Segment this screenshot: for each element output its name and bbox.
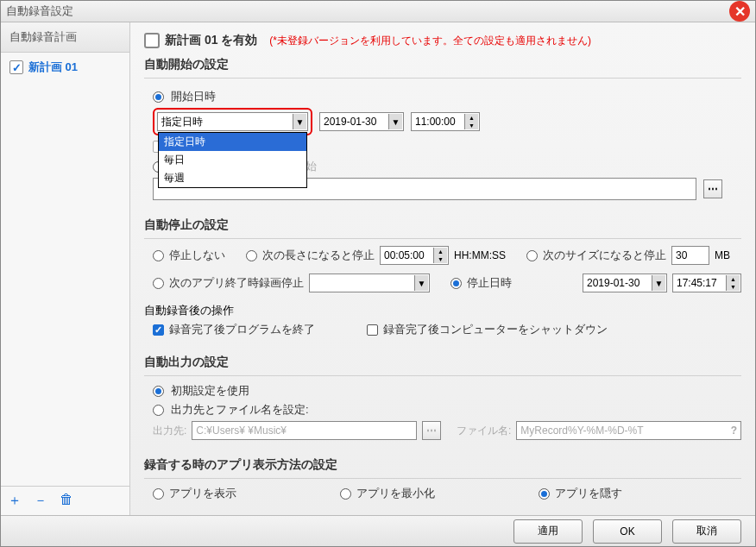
- chevron-down-icon[interactable]: ▼: [293, 114, 306, 129]
- unregistered-warning: (*未登録バージョンを利用しています。全ての設定も適用されません): [269, 34, 591, 48]
- stop-app-exit-label: 次のアプリ終了時録画停止: [169, 275, 304, 291]
- stop-datetime-label: 停止日時: [467, 275, 512, 291]
- delete-plan-icon[interactable]: 🗑: [60, 492, 73, 510]
- start-date-value: 2019-01-30: [324, 116, 376, 128]
- output-dir-input[interactable]: C:¥Users¥ ¥Music¥: [192, 421, 417, 440]
- browse-button[interactable]: ⋯: [422, 421, 441, 440]
- close-icon[interactable]: ✕: [729, 1, 750, 22]
- spinner-buttons[interactable]: ▲▼: [464, 114, 478, 129]
- exit-program-label: 録音完了後プログラムを終了: [169, 322, 315, 337]
- stop-size-label: 次のサイズになると停止: [543, 248, 666, 263]
- add-plan-icon[interactable]: ＋: [8, 492, 22, 510]
- spinner-buttons[interactable]: ▲▼: [433, 248, 447, 263]
- dropdown-option[interactable]: 指定日時: [159, 133, 306, 151]
- stop-date-value: 2019-01-30: [587, 277, 639, 289]
- sidebar: 自動録音計画 ✓ 新計画 01 ＋ － 🗑: [1, 22, 130, 515]
- remove-plan-icon[interactable]: －: [34, 492, 47, 510]
- section-display-title: 録音する時のアプリ表示方法の設定: [144, 457, 741, 473]
- sidebar-item-plan[interactable]: ✓ 新計画 01: [1, 53, 129, 82]
- app-hide-label: アプリを隠す: [555, 486, 622, 501]
- start-type-dropdown[interactable]: 指定日時 毎日 毎週: [158, 132, 307, 188]
- radio-app-show[interactable]: [153, 488, 164, 500]
- enable-plan-checkbox[interactable]: [144, 33, 160, 48]
- dropdown-option[interactable]: 毎週: [159, 169, 306, 187]
- radio-output-default[interactable]: [153, 386, 164, 397]
- stop-time-value: 17:45:17: [677, 277, 717, 289]
- size-value: 30: [676, 249, 687, 261]
- chevron-down-icon[interactable]: ▼: [388, 114, 402, 129]
- enable-plan-label: 新計画 01 を有効: [165, 33, 257, 48]
- cancel-button[interactable]: 取消: [672, 519, 741, 544]
- sidebar-item-label: 新計画 01: [28, 60, 78, 75]
- stop-date-picker[interactable]: 2019-01-30 ▼: [583, 274, 667, 292]
- stop-time-spinner[interactable]: 17:45:17 ▲▼: [672, 274, 741, 292]
- app-show-label: アプリを表示: [169, 486, 236, 501]
- shutdown-label: 録音完了後コンピューターをシャットダウン: [383, 322, 608, 337]
- size-input[interactable]: 30: [671, 246, 709, 265]
- output-file-value: MyRecord%Y-%M-%D-%T: [520, 424, 643, 437]
- stop-app-select[interactable]: ▼: [309, 274, 430, 292]
- radio-start-datetime[interactable]: [153, 91, 164, 103]
- output-file-input[interactable]: MyRecord%Y-%M-%D-%T ?: [516, 421, 741, 440]
- spinner-buttons[interactable]: ▲▼: [726, 275, 740, 291]
- window-title: 自動録音設定: [6, 3, 73, 19]
- checkbox-icon[interactable]: ✓: [9, 60, 23, 74]
- sidebar-footer: ＋ － 🗑: [1, 486, 129, 515]
- exit-program-checkbox[interactable]: [153, 324, 164, 336]
- browse-button[interactable]: ⋯: [703, 179, 722, 198]
- radio-stop-size[interactable]: [526, 250, 538, 261]
- section-output-title: 自動出力の設定: [144, 355, 741, 370]
- radio-no-stop[interactable]: [153, 250, 164, 261]
- no-stop-label: 停止しない: [169, 248, 225, 263]
- radio-stop-duration[interactable]: [246, 250, 257, 261]
- output-file-label: ファイル名:: [457, 424, 511, 438]
- start-datetime-label: 開始日時: [171, 89, 216, 104]
- app-min-label: アプリを最小化: [356, 486, 435, 501]
- radio-app-min[interactable]: [340, 488, 351, 500]
- after-section-label: 自動録音後の操作: [144, 303, 741, 318]
- start-type-value: 指定日時: [161, 115, 203, 129]
- radio-app-hide[interactable]: [539, 488, 550, 500]
- ok-button[interactable]: OK: [593, 519, 662, 544]
- size-unit: MB: [715, 249, 730, 261]
- duration-unit: HH:MM:SS: [454, 249, 506, 261]
- stop-duration-label: 次の長さになると停止: [262, 248, 375, 263]
- start-time-value: 11:00:00: [415, 116, 456, 128]
- dropdown-option[interactable]: 毎日: [159, 151, 306, 169]
- radio-stop-app-exit[interactable]: [153, 278, 164, 289]
- output-dir-label: 出力先:: [153, 424, 186, 438]
- help-icon[interactable]: ?: [731, 424, 737, 437]
- start-type-select[interactable]: 指定日時 ▼ 指定日時 毎日 毎週: [157, 112, 308, 131]
- section-start-title: 自動開始の設定: [144, 57, 741, 72]
- sidebar-header: 自動録音計画: [1, 22, 129, 53]
- output-default-label: 初期設定を使用: [171, 383, 249, 399]
- radio-output-custom[interactable]: [153, 405, 164, 416]
- apply-button[interactable]: 適用: [513, 519, 583, 544]
- chevron-down-icon[interactable]: ▼: [414, 275, 428, 291]
- radio-stop-datetime[interactable]: [450, 278, 462, 289]
- start-time-spinner[interactable]: 11:00:00 ▲▼: [411, 112, 480, 131]
- output-dir-value: C:¥Users¥ ¥Music¥: [196, 424, 287, 437]
- output-custom-label: 出力先とファイル名を設定:: [171, 402, 309, 418]
- duration-spinner[interactable]: 00:05:00 ▲▼: [380, 246, 449, 265]
- duration-value: 00:05:00: [384, 249, 425, 261]
- shutdown-checkbox[interactable]: [367, 324, 378, 336]
- start-date-picker[interactable]: 2019-01-30 ▼: [319, 112, 404, 131]
- chevron-down-icon[interactable]: ▼: [652, 275, 665, 291]
- section-stop-title: 自動停止の設定: [144, 217, 741, 233]
